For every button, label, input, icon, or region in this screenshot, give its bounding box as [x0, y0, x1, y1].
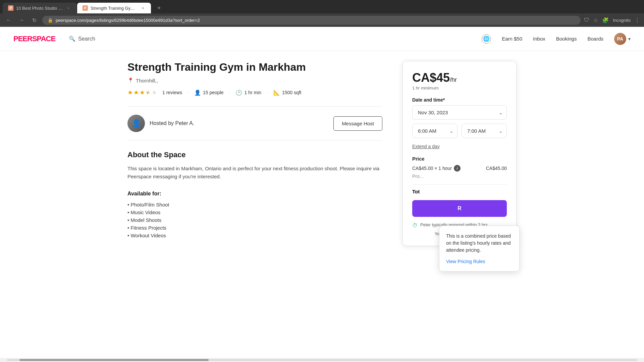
browser-chrome: P 10 Best Photo Studio Venues ... × P St…	[0, 0, 644, 27]
incognito-label: Incognito	[613, 18, 631, 23]
tab-title-1: 10 Best Photo Studio Venues ...	[16, 6, 63, 11]
people-icon: 👤	[194, 89, 201, 96]
sep-1: ·	[187, 90, 189, 95]
tab-close-2[interactable]: ×	[140, 5, 146, 11]
address-bar[interactable]: 🔒 peerspace.com/pages/listings/6299b4d6b…	[42, 16, 581, 25]
about-text: This space is located in Markham, Ontari…	[127, 165, 382, 181]
available-list: Photo/Film Shoot Music Videos Model Shoo…	[127, 201, 382, 239]
capacity-stat: 👤 15 people	[194, 89, 224, 96]
star-5: ★	[152, 89, 157, 96]
end-time-select[interactable]: 7:00 AM8:00 AM9:00 AM10:00 AM11:00 AM	[462, 124, 507, 138]
menu-icon[interactable]: ⋮	[635, 17, 640, 23]
browser-tabs: P 10 Best Photo Studio Venues ... × P St…	[0, 0, 644, 13]
capacity-text: 15 people	[203, 90, 224, 95]
ruler-icon: 📐	[273, 89, 280, 96]
tab-favicon-1: P	[8, 5, 13, 11]
shield-icon: 🛡	[584, 17, 589, 23]
star-2: ★	[133, 89, 139, 96]
available-item-1: Photo/Film Shoot	[127, 201, 382, 208]
processing-fee-label: Pro...	[412, 174, 423, 179]
price-row-1: CA$45.00 × 1 hour i CA$45.00	[412, 165, 507, 172]
available-item-5: Workout Videos	[127, 232, 382, 239]
response-icon: ⏱	[412, 223, 418, 229]
booking-panel-container: CA$45/hr 1 hr minimum Date and time* Nov…	[402, 61, 517, 246]
available-section: Available for: Photo/Film Shoot Music Vi…	[127, 191, 382, 239]
clock-icon: 🕐	[235, 89, 242, 96]
host-info: 👤 Hosted by Peter A.	[127, 115, 194, 132]
star-1: ★	[127, 89, 133, 96]
location-pin-icon: 📍	[127, 77, 134, 83]
bookings-link[interactable]: Bookings	[556, 36, 577, 42]
header-nav: 🌐 Earn $50 Inbox Bookings Boards PA ▾	[482, 33, 631, 45]
earn-link[interactable]: Earn $50	[502, 36, 522, 42]
price-calc-text: CA$45.00 × 1 hour	[412, 166, 452, 171]
star-rating: ★ ★ ★ ★★ ★	[127, 89, 157, 96]
main-content: Strength Training Gym in Markham 📍 Thorn…	[121, 51, 523, 256]
start-time-wrap: 6:00 AM7:00 AM8:00 AM9:00 AM10:00 AM	[412, 124, 458, 138]
search-icon: 🔍	[69, 36, 75, 42]
available-item-2: Music Videos	[127, 208, 382, 216]
horizontal-scrollbar[interactable]	[0, 358, 644, 362]
venue-title: Strength Training Gym in Markham	[127, 61, 382, 73]
tab-close-1[interactable]: ×	[66, 5, 71, 11]
reviews-count: 1 reviews	[162, 90, 182, 95]
min-time-text: 1 hr min	[244, 90, 261, 95]
extend-day-link[interactable]: Extend a day	[412, 144, 440, 149]
globe-icon[interactable]: 🌐	[482, 34, 491, 44]
venue-stats: ★ ★ ★ ★★ ★ 1 reviews · 👤 15 people · 🕐 1…	[127, 89, 382, 96]
time-stat: 🕐 1 hr min	[235, 89, 261, 96]
user-avatar: PA	[614, 33, 626, 45]
new-tab-button[interactable]: +	[154, 3, 164, 13]
inbox-link[interactable]: Inbox	[533, 36, 545, 42]
price-row-label: CA$45.00 × 1 hour i	[412, 165, 461, 172]
scrollbar-track	[7, 359, 637, 361]
browser-tab-1[interactable]: P 10 Best Photo Studio Venues ... ×	[3, 3, 76, 13]
total-label: Tot	[412, 189, 420, 194]
book-button[interactable]: R	[412, 200, 507, 217]
available-item-4: Fitness Projects	[127, 224, 382, 232]
view-pricing-rules-link[interactable]: View Pricing Rules	[446, 259, 485, 264]
user-menu[interactable]: PA ▾	[614, 33, 631, 45]
available-label: Available for:	[127, 191, 382, 197]
pricing-tooltip: This is a combined price based on the li…	[439, 226, 520, 272]
browser-tab-2[interactable]: P Strength Training Gym in Mark... ×	[77, 3, 151, 13]
url-text: peerspace.com/pages/listings/6299b4d6bde…	[56, 18, 200, 23]
scrollbar-thumb[interactable]	[19, 359, 209, 361]
price-row-2: Pro...	[412, 174, 507, 179]
search-button[interactable]: 🔍 Search	[69, 36, 95, 42]
back-button[interactable]: ←	[4, 15, 13, 25]
booking-panel: CA$45/hr 1 hr minimum Date and time* Nov…	[402, 61, 517, 246]
time-row: 6:00 AM7:00 AM8:00 AM9:00 AM10:00 AM 7:0…	[412, 124, 507, 138]
price-section-title: Price	[412, 156, 507, 162]
date-picker[interactable]: Nov 30, 2023	[412, 105, 507, 120]
extension-icon[interactable]: 🧩	[602, 17, 609, 23]
logo[interactable]: PEERSPACE	[13, 35, 55, 43]
about-title: About the Space	[127, 150, 382, 159]
host-avatar: 👤	[127, 115, 145, 132]
search-label: Search	[78, 36, 95, 42]
message-host-button[interactable]: Message Host	[333, 116, 382, 131]
info-icon-button[interactable]: i	[454, 165, 461, 172]
price-row-value: CA$45.00	[486, 166, 507, 171]
dropdown-chevron-icon: ▾	[628, 36, 631, 42]
browser-toolbar: ← → ↻ 🔒 peerspace.com/pages/listings/629…	[0, 13, 644, 27]
about-section: About the Space This space is located in…	[127, 150, 382, 181]
sep-2: ·	[229, 90, 230, 95]
total-section: Tot	[412, 184, 507, 195]
host-section: 👤 Hosted by Peter A. Message Host	[127, 106, 382, 140]
date-picker-wrap: Nov 30, 2023	[412, 105, 507, 120]
star-3: ★	[140, 89, 145, 96]
forward-button[interactable]: →	[17, 15, 26, 25]
venue-location: 📍 Thornhill,,	[127, 77, 382, 83]
boards-link[interactable]: Boards	[587, 36, 603, 42]
venue-details: Strength Training Gym in Markham 📍 Thorn…	[127, 61, 382, 246]
start-time-select[interactable]: 6:00 AM7:00 AM8:00 AM9:00 AM10:00 AM	[412, 124, 458, 138]
star-icon[interactable]: ☆	[593, 17, 598, 23]
sqft-text: 1500 sqft	[282, 90, 302, 95]
price-breakdown: Price CA$45.00 × 1 hour i CA$45.00 Pro..…	[412, 156, 507, 179]
location-text: Thornhill,,	[136, 78, 158, 83]
sqft-stat: 📐 1500 sqft	[273, 89, 302, 96]
tooltip-text: This is a combined price based on the li…	[446, 233, 513, 254]
refresh-button[interactable]: ↻	[30, 15, 39, 25]
toolbar-icons: 🛡 ☆ 🧩 Incognito ⋮	[584, 17, 640, 23]
